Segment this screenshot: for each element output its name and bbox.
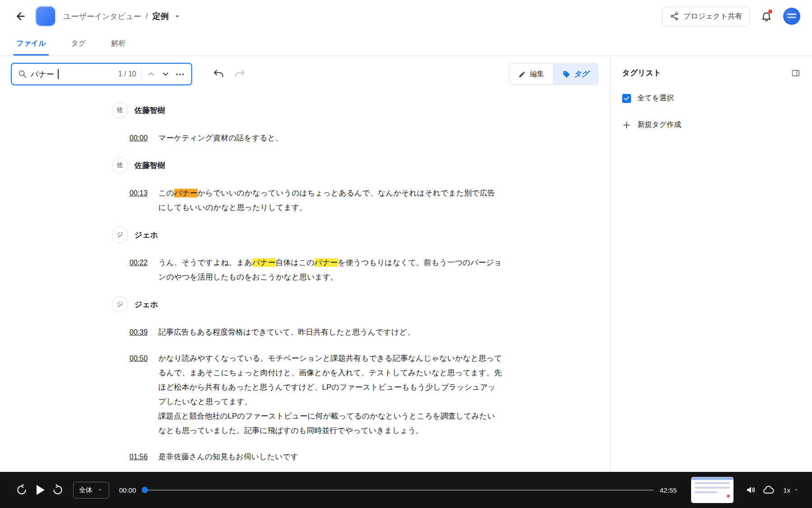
speaker-row: 佐佐藤智樹 [112,102,610,118]
current-time: 00:00 [119,486,136,494]
tab-tags[interactable]: タグ [69,33,89,56]
segment-text[interactable]: かなり読みやすくなっている。モチベーションと課題共有もできる記事なんじゃないかな… [158,351,502,438]
playback-speed-value: 1x [783,486,790,494]
speaker-avatar: 佐 [112,102,128,118]
speaker-avatar: 佐 [112,157,128,173]
volume-button[interactable] [742,481,760,499]
timestamp-link[interactable]: 00:39 [129,325,151,340]
back-button[interactable] [12,7,30,25]
restart-button[interactable] [13,481,31,499]
speaker-row: ジジェホ [112,296,610,312]
speaker-row: 佐佐藤智樹 [112,157,610,173]
transcript-segment: 00:39記事広告もある程度骨格はできていて、昨日共有したと思うんですけど、 [112,325,610,340]
tag-list-title: タグリスト [622,68,661,78]
tag-icon [563,70,570,78]
scope-select[interactable]: 全体 [73,482,109,499]
search-options-button[interactable]: ⋯ [175,68,186,80]
transcript-block: ジジェホ00:39記事広告もある程度骨格はできていて、昨日共有したと思うんですけ… [112,296,610,464]
edit-mode-button[interactable]: 編集 [509,64,553,84]
segment-text[interactable]: マーケティング資材の話をすると、 [158,131,502,145]
timestamp-link[interactable]: 00:22 [129,256,151,284]
timestamp-link[interactable]: 00:13 [129,186,151,215]
tag-list-panel: タグリスト 全てを選択 [610,56,812,472]
cloud-button[interactable] [760,481,778,499]
panel-toggle-button[interactable] [791,69,800,78]
search-highlight-current[interactable]: バナー [174,189,198,197]
tag-mode-label: タグ [574,70,589,79]
speaker-avatar: ジ [112,296,128,312]
segment-text[interactable]: このバナーからでいいのかなっていうのはちょっとあるんで、なんかそれはそれでまた別… [158,186,502,215]
notifications-button[interactable] [760,9,773,23]
speaker-name: ジェホ [134,230,158,240]
thumbnail-decoration [691,477,734,480]
share-project-button[interactable]: プロジェクト共有 [662,7,750,26]
top-bar: ユーザーインタビュー / 定例 プロジェクト共有 [0,0,812,33]
seek-bar[interactable] [143,489,654,491]
user-avatar[interactable] [783,8,800,25]
content-area: バナー 1 / 10 ⋯ [0,56,812,472]
tag-mode-button[interactable]: タグ [553,64,598,84]
share-project-label: プロジェクト共有 [683,12,742,21]
tab-files[interactable]: ファイル [14,33,49,56]
tag-list-header: タグリスト [622,68,800,78]
transcript-pane: バナー 1 / 10 ⋯ [0,56,610,472]
check-icon [623,95,630,102]
search-highlight[interactable]: バナー [314,258,338,267]
undo-button[interactable] [212,67,226,81]
plus-icon [622,121,631,130]
transcript-block: 佐佐藤智樹00:00マーケティング資材の話をすると、 [112,102,610,145]
cloud-icon [763,484,775,496]
undo-icon [213,68,225,80]
select-all-row[interactable]: 全てを選択 [622,93,800,103]
tab-analysis[interactable]: 解析 [108,33,128,56]
tab-bar: ファイル タグ 解析 [0,33,812,56]
seek-handle[interactable] [142,487,148,493]
scope-select-value: 全体 [79,486,92,494]
timestamp-link[interactable]: 00:00 [129,131,151,145]
create-tag-button[interactable]: 新規タグ作成 [622,120,681,130]
breadcrumb-separator: / [146,12,148,21]
thumbnail-decoration [727,494,730,498]
transcript-segment: 00:13このバナーからでいいのかなっていうのはちょっとあるんで、なんかそれはそ… [112,186,610,215]
thumbnail-decoration [695,491,717,493]
topbar-actions: プロジェクト共有 [662,7,800,26]
thumbnail-decoration [695,482,730,484]
playback-speed-button[interactable]: 1x [783,486,799,494]
previous-match-button[interactable] [146,69,157,79]
mode-switcher: 編集 タグ [509,63,598,85]
breadcrumb-project[interactable]: ユーザーインタビュー [63,11,141,22]
segment-text[interactable]: 記事広告もある程度骨格はできていて、昨日共有したと思うんですけど、 [158,325,502,340]
chevron-down-icon [97,487,103,493]
play-icon [37,485,45,495]
transcript-block: ジジェホ00:22うん、そうですよね。まあバナー自体はこのバナーを使うつもりはな… [112,227,610,284]
project-icon[interactable] [36,7,55,26]
redo-button[interactable] [233,67,246,81]
notification-badge [768,9,772,14]
create-tag-label: 新規タグ作成 [637,120,681,130]
timestamp-link[interactable]: 00:50 [129,351,151,438]
search-input[interactable]: バナー [31,69,54,79]
toolbar: バナー 1 / 10 ⋯ [0,56,610,86]
search-box[interactable]: バナー 1 / 10 ⋯ [11,63,192,85]
share-icon [670,12,679,21]
select-all-checkbox[interactable] [622,94,631,103]
repeat-button[interactable] [49,481,67,499]
speaker-avatar: ジ [112,227,128,243]
segment-text[interactable]: うん、そうですよね。まあバナー自体はこのバナーを使うつもりはなくて。前もう一つの… [158,256,502,284]
speaker-row: ジジェホ [112,227,610,243]
select-all-label: 全てを選択 [637,93,674,103]
play-button[interactable] [31,481,49,499]
thumbnail-decoration [695,487,730,489]
breadcrumb-caret-icon[interactable] [173,12,181,20]
divider [141,68,141,80]
breadcrumb-file[interactable]: 定例 [152,11,169,22]
timestamp-link[interactable]: 01:56 [129,450,151,464]
speaker-name: ジェホ [134,299,158,310]
speaker-name: 佐藤智樹 [134,160,165,171]
next-match-button[interactable] [160,69,171,79]
video-thumbnail[interactable] [691,477,734,503]
player-bar: 全体 00:00 42:55 [0,472,812,508]
search-highlight[interactable]: バナー [252,258,276,267]
forward-loop-icon [52,484,64,496]
segment-text[interactable]: 是非佐藤さんの知見もお伺いしたいです [158,450,502,464]
